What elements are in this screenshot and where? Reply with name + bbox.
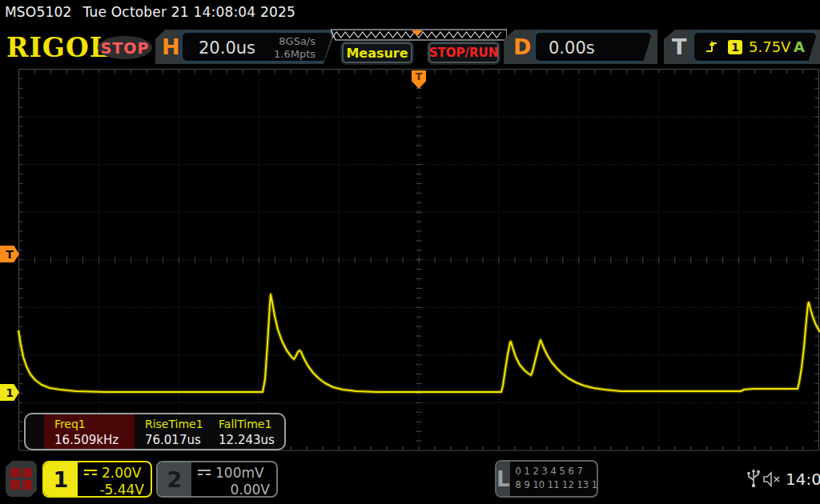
waveform-glow: [18, 294, 820, 392]
channel1-offset: -5.44V: [84, 482, 144, 498]
logic-badge: L: [496, 462, 510, 496]
measurement-freq1[interactable]: Freq1 16.509kHz: [44, 414, 135, 449]
measurement-value: 12.243us: [219, 433, 284, 447]
logic-channel-numbers: 0 1 2 3 4 5 6 7 8 9 10 11 12 13 14 15: [510, 462, 598, 496]
trigger-source-badge: 1: [728, 40, 742, 54]
channel1-marker-label: 1: [6, 386, 14, 399]
logic-row-1: 0 1 2 3 4 5 6 7: [516, 465, 598, 478]
model-name: MSO5102: [5, 4, 72, 20]
channel1-badge: 1: [44, 462, 78, 496]
channel2-badge: 2: [158, 462, 191, 496]
oscilloscope-screen: MSO5102Tue October 21 14:08:04 2025 RIGO…: [0, 0, 820, 504]
channel2-offset: 0.00V: [198, 482, 270, 498]
channel1-values: 2.00V -5.44V: [78, 462, 151, 496]
channel1-status-block[interactable]: 1 2.00V -5.44V: [42, 461, 152, 498]
measurement-risetime1[interactable]: RiseTime1 76.017us: [135, 414, 208, 449]
stop-run-button[interactable]: STOP/RUN: [428, 42, 499, 63]
measurement-falltime1[interactable]: FallTime1 12.243us: [208, 414, 284, 449]
acquisition-memory-bar: [331, 29, 507, 41]
datetime-text: Tue October 21 14:08:04 2025: [83, 4, 296, 20]
measurement-panel: Freq1 16.509kHz RiseTime1 76.017us FallT…: [24, 413, 286, 450]
measurement-value: 16.509kHz: [54, 433, 135, 447]
channel2-status-block[interactable]: 2 100mV 0.00V: [156, 461, 278, 498]
measurement-label: Freq1: [54, 418, 135, 430]
trigger-box[interactable]: 1 5.75V A: [693, 31, 818, 62]
delay-value: 0.00s: [549, 38, 595, 58]
measurement-label: FallTime1: [219, 418, 284, 430]
measure-button-label: Measure: [346, 46, 408, 61]
status-bar: MSO5102Tue October 21 14:08:04 2025: [5, 4, 295, 20]
run-state-badge: STOP: [98, 36, 152, 59]
menu-grid-square: [10, 468, 20, 478]
graticule: [0, 69, 820, 451]
measurement-panel-spacer: [26, 414, 44, 449]
menu-grid-icon[interactable]: [6, 461, 37, 497]
horizontal-label: H: [162, 30, 180, 64]
trigger-position-letter: T: [416, 70, 423, 82]
channel1-scale-row: 2.00V: [84, 465, 144, 481]
clock-text: 14:07: [786, 470, 820, 489]
measure-button[interactable]: Measure: [342, 42, 412, 63]
trigger-sweep-mode: A: [794, 38, 808, 55]
menu-grid-square: [22, 480, 32, 490]
measurement-value: 76.017us: [145, 433, 208, 447]
logic-row-2: 8 9 10 11 12 13 14 15: [516, 478, 598, 492]
timebase-box[interactable]: 20.0us 8GSa/s 1.6Mpts: [181, 31, 333, 62]
waveform-ch1: [18, 294, 820, 392]
channel2-values: 100mV 0.00V: [191, 462, 276, 496]
stop-run-button-label: STOP/RUN: [429, 46, 499, 60]
measurement-label: RiseTime1: [145, 418, 208, 430]
trigger-level-value: 5.75V: [749, 38, 790, 55]
channel2-scale: 100mV: [215, 465, 264, 481]
timebase-value: 20.0us: [199, 38, 255, 58]
memory-depth: 1.6Mpts: [274, 48, 316, 61]
horizontal-menu-tab[interactable]: H 20.0us 8GSa/s 1.6Mpts: [155, 30, 336, 64]
trigger-menu-tab[interactable]: T 1 5.75V A: [664, 30, 820, 64]
usb-icon: [747, 469, 760, 488]
channel2-scale-row: 100mV: [198, 465, 270, 481]
sample-rate: 8GSa/s: [274, 35, 316, 48]
trigger-label: T: [672, 30, 686, 64]
acquisition-info: 8GSa/s 1.6Mpts: [274, 35, 316, 61]
dc-coupling-icon: [84, 470, 97, 477]
delay-menu-tab[interactable]: D 0.00s: [504, 30, 657, 64]
dc-coupling-icon: [198, 470, 211, 477]
menu-grid-square: [22, 468, 32, 478]
rigol-logo: RIGOL: [6, 32, 109, 63]
logic-channels-block[interactable]: L 0 1 2 3 4 5 6 7 8 9 10 11 12 13 14 15: [495, 460, 598, 498]
speaker-mute-icon: [762, 471, 783, 487]
menu-grid-square: [10, 480, 20, 490]
channel1-scale: 2.00V: [102, 465, 141, 481]
trigger-level-letter: T: [6, 248, 14, 261]
trigger-slope-icon: [705, 40, 718, 54]
delay-label: D: [513, 30, 531, 64]
delay-box[interactable]: 0.00s: [534, 31, 653, 62]
